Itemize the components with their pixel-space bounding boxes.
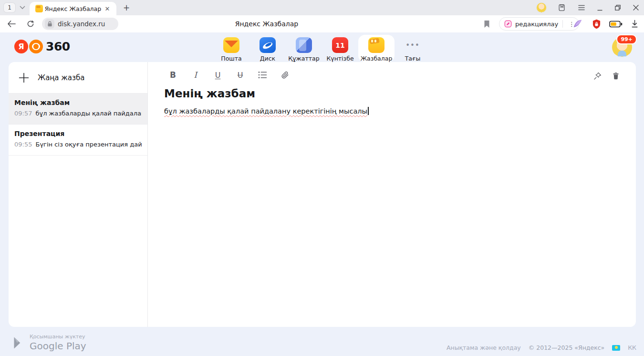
bullet-list-icon	[258, 71, 267, 79]
attach-button[interactable]	[274, 68, 296, 82]
new-note-button[interactable]: Жаңа жазба	[9, 62, 147, 94]
new-note-label: Жаңа жазба	[38, 73, 84, 82]
attach-icon	[280, 71, 290, 80]
note-time: 09:57	[14, 110, 32, 117]
copyright-text: © 2012—2025 «Яндекс»	[529, 344, 604, 351]
mail-icon	[223, 37, 239, 53]
yandex-360-logo[interactable]: Я 360	[14, 40, 70, 53]
note-preview: бұл жазбаларды қалай пайдалану ке...	[35, 110, 142, 117]
note-list-item-selected[interactable]: Менің жазбам 09:57 бұл жазбаларды қалай …	[9, 94, 147, 125]
strikethrough-button[interactable]: U	[229, 68, 251, 82]
tab-title: Яндекс Жазбалар	[43, 5, 103, 12]
active-browser-tab[interactable]: Яндекс Жазбалар ✕	[30, 2, 116, 15]
battery-button[interactable]	[609, 18, 623, 30]
download-icon	[631, 20, 639, 28]
calendar-icon: 11	[332, 37, 348, 53]
trash-icon	[612, 72, 620, 81]
new-tab-button[interactable]: +	[121, 2, 132, 13]
tab-close-icon[interactable]: ✕	[103, 4, 112, 13]
store-caption: Қосымшаны жүктеу	[30, 334, 86, 340]
note-preview: Бүгін сіз оқуға презентация дайында...	[35, 141, 142, 148]
edit-mode-icon	[504, 20, 512, 28]
format-toolbar: B I U U	[162, 68, 296, 82]
alice-pen-button[interactable]	[571, 18, 583, 30]
restore-window-icon[interactable]	[614, 4, 621, 11]
battery-icon	[609, 21, 623, 28]
note-list-item[interactable]: Презентация 09:55 Бүгін сіз оқуға презен…	[9, 125, 147, 156]
logo-360-text: 360	[46, 40, 70, 53]
service-documents[interactable]: Құжаттар	[286, 35, 322, 62]
italic-button[interactable]: I	[184, 68, 207, 82]
menu-icon[interactable]	[578, 4, 585, 11]
pin-icon	[593, 72, 602, 81]
bullet-list-button[interactable]	[251, 68, 274, 82]
note-editor[interactable]: B I U U Менің жазбам	[148, 62, 636, 327]
pill-divider	[562, 20, 563, 28]
kazakhstan-flag-icon[interactable]	[612, 345, 620, 351]
bookmark-button[interactable]	[481, 18, 492, 30]
reload-button[interactable]	[25, 18, 36, 30]
service-more[interactable]: ••• Тағы	[395, 35, 431, 62]
notification-badge: 99+	[616, 34, 637, 44]
yandex-360-page: Я 360 Пошта Диск Құжаттар 11 Күнтізбе Жа…	[0, 32, 644, 356]
language-code[interactable]: КК	[628, 344, 636, 351]
bookmark-icon	[484, 20, 490, 28]
page-footer: Анықтама және қолдау © 2012—2025 «Яндекс…	[447, 344, 636, 351]
service-mail[interactable]: Пошта	[213, 35, 249, 62]
underline-button[interactable]: U	[207, 68, 229, 82]
service-notes-active[interactable]: Жазбалар	[358, 35, 395, 62]
back-arrow-icon	[8, 21, 15, 27]
browser-toolbar: disk.yandex.ru Яндекс Жазбалар редакциял…	[0, 15, 644, 32]
text-cursor	[368, 107, 369, 115]
reload-icon	[26, 20, 35, 28]
google-play-icon	[13, 336, 24, 349]
help-link[interactable]: Анықтама және қолдау	[447, 344, 521, 351]
shield-lock-icon	[592, 19, 601, 29]
editing-mode-pill[interactable]: редакциялау ⋮	[499, 17, 579, 31]
service-calendar[interactable]: 11 Күнтізбе	[322, 35, 358, 62]
editing-mode-label: редакциялау	[515, 21, 558, 28]
pin-note-button[interactable]	[591, 69, 604, 83]
note-title-field[interactable]: Менің жазбам	[164, 87, 255, 100]
protect-button[interactable]	[591, 18, 602, 30]
tab-list-chevron-button[interactable]	[17, 2, 28, 13]
close-window-icon[interactable]	[633, 4, 639, 11]
feather-pen-icon	[572, 19, 582, 29]
account-avatar[interactable]: 99+	[612, 37, 632, 57]
delete-note-button[interactable]	[609, 69, 623, 83]
note-actions	[591, 69, 623, 83]
notes-icon	[368, 37, 384, 53]
plus-icon	[19, 73, 29, 83]
chevron-down-icon	[20, 6, 25, 10]
side-panel-icon[interactable]	[558, 3, 566, 12]
360-logo-icon	[29, 40, 43, 53]
browser-tab-strip: 1 Яндекс Жазбалар ✕ +	[0, 0, 644, 15]
notes-app-card: Жаңа жазба Менің жазбам 09:57 бұл жазбал…	[9, 62, 636, 327]
service-disk[interactable]: Диск	[249, 35, 286, 62]
tab-counter-button[interactable]: 1	[3, 2, 16, 13]
services-nav: Пошта Диск Құжаттар 11 Күнтізбе Жазбалар…	[213, 35, 431, 62]
store-name: Google Play	[30, 340, 86, 352]
bold-button[interactable]: B	[162, 68, 184, 82]
documents-icon	[296, 37, 312, 53]
downloads-button[interactable]	[629, 18, 640, 30]
yandex-logo-icon: Я	[14, 40, 28, 53]
minimize-icon[interactable]	[597, 5, 603, 11]
google-play-link[interactable]: Қосымшаны жүктеу Google Play	[13, 334, 86, 352]
back-button[interactable]	[6, 18, 17, 30]
note-time: 09:55	[14, 141, 32, 148]
notes-sidebar: Жаңа жазба Менің жазбам 09:57 бұл жазбал…	[9, 62, 148, 327]
note-body-field[interactable]: бұл жазбаларды қалай пайдалану керектігі…	[164, 107, 369, 115]
disk-icon	[260, 37, 276, 53]
omnibox-page-title: Яндекс Жазбалар	[42, 15, 491, 32]
more-dots-icon: •••	[405, 37, 421, 53]
browser-profile-avatar[interactable]	[537, 3, 546, 12]
notes-favicon-icon	[35, 5, 43, 12]
